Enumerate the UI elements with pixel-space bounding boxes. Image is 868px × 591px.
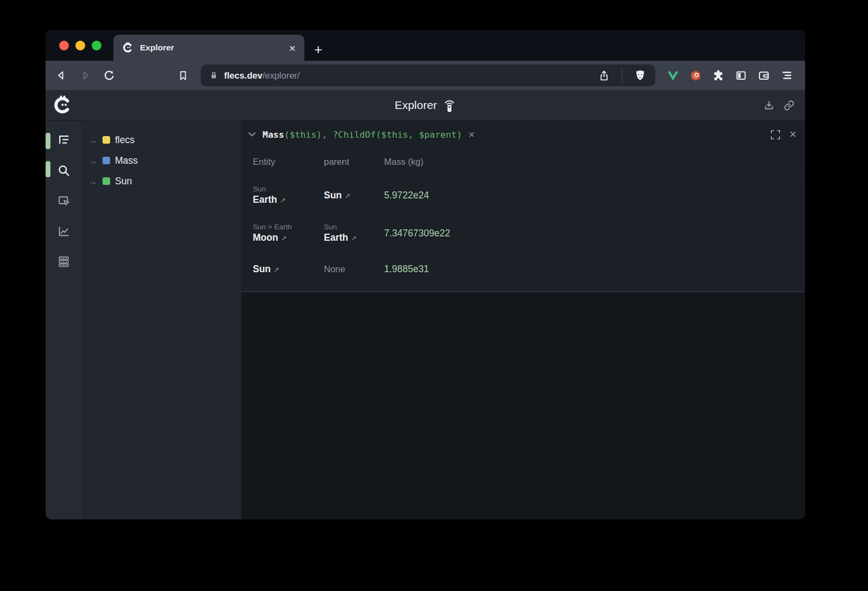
tree-panel-button[interactable]: [55, 132, 72, 148]
tree-item-sun[interactable]: → Sun: [88, 171, 241, 191]
entity-link[interactable]: Moon: [253, 232, 278, 243]
url-path: /explorer/: [263, 70, 300, 80]
expand-arrow-icon[interactable]: →: [88, 156, 98, 165]
query-results-table: Entity parent Mass (kg) Sun Earth↗ Sun↗ …: [241, 148, 805, 286]
copy-link-button[interactable]: [783, 99, 795, 112]
mass-value: 5.9722e24: [384, 190, 429, 201]
table-header-row: Entity parent Mass (kg): [253, 148, 805, 176]
entity-link[interactable]: Earth: [253, 194, 277, 205]
query-expression[interactable]: Mass($this), ?ChildOf($this, $parent): [263, 130, 462, 140]
brave-shield-icon[interactable]: [630, 66, 650, 85]
close-window-button[interactable]: [59, 41, 69, 50]
forward-button[interactable]: [75, 65, 95, 86]
tab-close-icon[interactable]: ×: [288, 42, 297, 54]
new-tab-button[interactable]: +: [314, 42, 322, 56]
tree-item-label: Sun: [115, 176, 132, 187]
table-row: Sun↗ None 1.9885e31: [253, 252, 805, 286]
sidebar-toggle-icon[interactable]: [731, 66, 751, 85]
entity-color-swatch: [103, 177, 110, 185]
wallet-icon[interactable]: [754, 66, 774, 85]
tree-item-label: Mass: [115, 155, 138, 166]
browser-window: Explorer × +: [46, 30, 805, 519]
entity-color-swatch: [103, 157, 110, 164]
back-button[interactable]: [51, 65, 72, 86]
flecs-logo: [53, 95, 73, 115]
tree-item-mass[interactable]: → Mass: [88, 150, 241, 171]
link-arrow-icon: ↗: [280, 196, 286, 204]
chevron-down-icon[interactable]: [248, 132, 256, 137]
entity-color-swatch: [103, 136, 110, 144]
link-arrow-icon: ↗: [273, 266, 279, 274]
remote-connection-icon: [443, 98, 456, 113]
browser-toolbar: flecs.dev/explorer/: [46, 61, 805, 90]
table-row: Sun > Earth Moon↗ Sun Earth↗ 7.34767309e…: [253, 214, 805, 252]
tab-bar: Explorer × +: [46, 30, 805, 61]
parent-path: Sun: [324, 223, 384, 231]
bookmark-icon[interactable]: [173, 65, 193, 86]
empty-canvas: [241, 292, 805, 519]
query-term: ?ChildOf: [333, 130, 375, 140]
query-term: ($this): [284, 130, 322, 140]
main-area: → flecs → Mass → Sun Mass($this), ?Ch: [46, 121, 805, 519]
entity-path: Sun: [253, 185, 324, 193]
link-arrow-icon: ↗: [281, 234, 287, 242]
column-header-parent: parent: [324, 157, 384, 167]
parent-link[interactable]: Sun: [324, 190, 342, 201]
mass-value: 1.9885e31: [384, 264, 429, 274]
link-arrow-icon: ↗: [351, 234, 357, 242]
tree-item-flecs[interactable]: → flecs: [88, 130, 241, 150]
parent-link[interactable]: Earth: [324, 232, 348, 243]
query-term: Mass: [263, 130, 284, 140]
entity-tree-panel: → flecs → Mass → Sun: [81, 121, 241, 519]
entity-path: Sun > Earth: [253, 223, 324, 231]
parent-none-value: None: [324, 264, 345, 274]
urlbar-divider: [622, 68, 622, 82]
download-button[interactable]: [763, 99, 775, 112]
query-search-button[interactable]: [55, 162, 72, 178]
query-term: ($this, $parent): [376, 130, 462, 140]
table-row: Sun Earth↗ Sun↗ 5.9722e24: [253, 176, 805, 214]
inspector-button[interactable]: [55, 192, 72, 209]
extensions-puzzle-icon[interactable]: [709, 66, 728, 85]
hexagon-extension-icon[interactable]: [686, 66, 705, 85]
app-header: Explorer: [46, 90, 805, 121]
minimize-window-button[interactable]: [75, 41, 85, 50]
active-panel-indicator-tree: [46, 133, 50, 149]
maximize-window-button[interactable]: [92, 41, 101, 50]
table-rows-button[interactable]: [55, 253, 72, 269]
traffic-lights: [46, 30, 113, 61]
menu-hamburger-icon[interactable]: [777, 66, 796, 85]
entity-link[interactable]: Sun: [253, 264, 271, 274]
tab-explorer[interactable]: Explorer ×: [113, 35, 304, 61]
expand-arrow-icon[interactable]: →: [88, 136, 98, 145]
fullscreen-icon[interactable]: [770, 130, 781, 140]
reload-button[interactable]: [99, 65, 119, 86]
tree-item-label: flecs: [115, 134, 135, 146]
chart-button[interactable]: [55, 223, 72, 239]
share-icon[interactable]: [594, 66, 614, 85]
query-clear-icon[interactable]: ×: [469, 129, 475, 141]
column-header-mass: Mass (kg): [384, 157, 805, 167]
query-panel: Mass($this), ?ChildOf($this, $parent) × …: [241, 121, 805, 519]
link-arrow-icon: ↗: [344, 192, 350, 200]
url-domain: flecs.dev: [224, 70, 263, 80]
page-title: Explorer: [394, 99, 437, 112]
vue-devtools-extension-icon[interactable]: [663, 66, 682, 85]
query-bar[interactable]: Mass($this), ?ChildOf($this, $parent) × …: [241, 121, 805, 148]
tab-title: Explorer: [140, 43, 282, 53]
active-panel-indicator-query: [46, 161, 50, 177]
lock-icon[interactable]: [208, 70, 219, 81]
column-header-entity: Entity: [253, 157, 324, 167]
query-separator: ,: [322, 130, 333, 140]
panel-close-icon[interactable]: ×: [789, 129, 796, 140]
expand-arrow-icon[interactable]: →: [88, 177, 98, 186]
sidebar-rail: [46, 121, 81, 519]
url-bar[interactable]: flecs.dev/explorer/: [201, 65, 655, 86]
flecs-favicon-icon: [122, 42, 134, 54]
mass-value: 7.34767309e22: [384, 228, 450, 239]
